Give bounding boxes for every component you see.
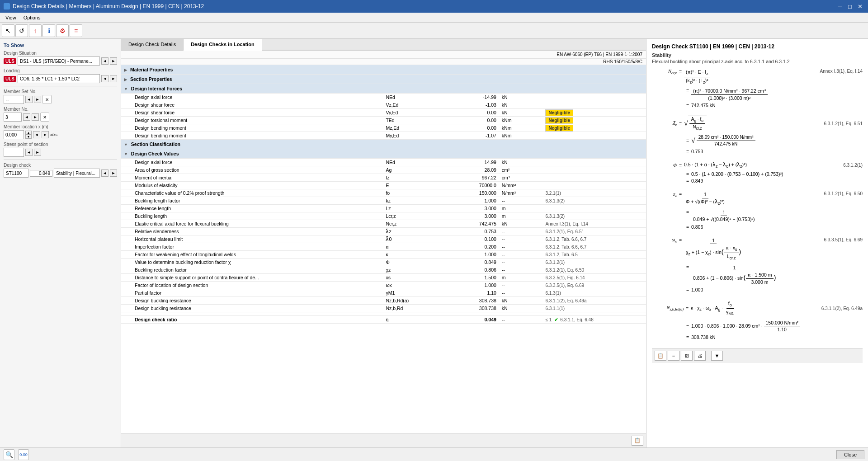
design-check-ratio-row: Design check ratio η 0.049 -- ≤ 1 ✔ 6.3.…	[121, 316, 646, 324]
member-set-combo[interactable]: --	[4, 95, 24, 104]
menu-view[interactable]: View	[2, 14, 20, 21]
member-no-input[interactable]	[4, 113, 22, 122]
table-row: Design axial force NEd 14.99 kN	[121, 159, 646, 166]
tab-design-checks-location[interactable]: Design Checks in Location	[184, 39, 262, 51]
formula-chi-lhs: χz	[652, 191, 677, 198]
rp-btn1[interactable]: 📋	[655, 351, 666, 361]
dc-desc-combo[interactable]: Stability | Flexural...	[54, 169, 100, 178]
dc-ratio: 0.049	[30, 170, 52, 177]
member-loc-input[interactable]	[4, 130, 24, 139]
check-ok: ✔	[554, 317, 558, 322]
member-no-label: Member No.	[4, 107, 117, 112]
loc-down[interactable]: ▼	[25, 135, 32, 139]
tb-graph[interactable]: ≡	[70, 24, 82, 37]
expand-material[interactable]: ▶	[124, 68, 127, 72]
table-row: Factor for weakening effect of longitudi…	[121, 251, 646, 259]
standard-header: EN AW-6060 (EP) T66 | EN 1999-1-1:2007	[121, 51, 646, 59]
section-classification: ▼ Section Classification	[121, 140, 646, 149]
tb-info[interactable]: ℹ	[42, 24, 55, 37]
formula-omega-rhs: 1 χz + (1 − χz) · sin(π · xsLcr,z)	[684, 237, 743, 262]
rp-btn3[interactable]: 🖹	[681, 351, 693, 361]
minimize-button[interactable]: ─	[835, 2, 844, 11]
properties-table: ▶ Material Properties ▶ Section Properti…	[121, 65, 646, 324]
tb-export[interactable]: ↑	[29, 24, 42, 37]
tb-settings[interactable]: ⚙	[56, 24, 69, 37]
menu-bar: View Options	[0, 13, 868, 23]
section-material: ▶ Material Properties	[121, 65, 646, 75]
rp-expand-btn[interactable]: ▼	[711, 351, 723, 361]
mn-highlight[interactable]: ✕	[40, 113, 49, 122]
mn-prev[interactable]: ◄	[23, 113, 30, 121]
formula-ncr-result: = 742.475 kN	[684, 103, 863, 108]
table-row: Characteristic value of 0.2% proof stren…	[121, 189, 646, 197]
expand-classification[interactable]: ▼	[124, 142, 128, 147]
rp-title: Design Check ST1100 | EN 1999 | CEN | 20…	[652, 43, 863, 50]
sp-next[interactable]: ►	[34, 149, 41, 156]
formula-omega-result: = 1.000	[684, 287, 863, 292]
formula-lambda-rhs: √ Ag · fo Ncr,z	[684, 116, 707, 131]
load-prev[interactable]: ◄	[101, 75, 108, 82]
loc-up[interactable]: ▲	[25, 131, 32, 135]
expand-section[interactable]: ▶	[124, 77, 127, 82]
formula-lambda-ref: 6.3.1.2(1), Eq. 6.51	[824, 121, 863, 126]
table-row: Partial factor γM1 1.10 -- 6.1.3(1)	[121, 289, 646, 297]
loading-combo[interactable]: CO6: 1.35 * LC1 + 1.50 * LC2	[18, 74, 100, 83]
design-situation-label: Design Situation	[4, 51, 117, 56]
table-row: Design bending moment My,Ed -1.07 kNm	[121, 132, 646, 140]
dc-next[interactable]: ►	[110, 169, 117, 177]
design-situation-row: ULS DS1 - ULS (STR/GEO) - Permane... ◄ ►	[4, 56, 117, 66]
loc-prev[interactable]: ◄	[33, 131, 40, 138]
formula-lambda-val: = √ 28.09 cm² · 150.000 N/mm² 742.475 kN	[684, 134, 863, 147]
mn-next[interactable]: ►	[32, 113, 39, 121]
formula-nzb-result: = 308.738 kN	[684, 334, 863, 340]
status-info[interactable]: 0.00	[18, 449, 29, 460]
loc-next[interactable]: ►	[42, 131, 49, 138]
table-row: Design buckling resistance Nz,b,Rd(a) 30…	[121, 297, 646, 305]
ms-add[interactable]: ✕	[42, 95, 52, 104]
dc-id-combo[interactable]: ST1100	[4, 169, 28, 178]
rp-btn2[interactable]: ≡	[668, 351, 679, 361]
table-row: Buckling length Lcr,z 3.000 m 6.3.1.3(2)	[121, 212, 646, 220]
table-row: Distance to simple support or point of c…	[121, 274, 646, 282]
negligible-badge: Negligible	[545, 109, 573, 116]
table-row: Design shear force Vy,Ed 0.00 kN Negligi…	[121, 109, 646, 117]
close-button[interactable]: Close	[836, 450, 864, 459]
tab-design-check-details[interactable]: Design Check Details	[121, 39, 184, 50]
rp-print-btn[interactable]: 🖨	[694, 351, 706, 361]
table-row: Factor of location of design section ωx …	[121, 282, 646, 289]
load-next[interactable]: ►	[110, 75, 117, 82]
formula-phi-lhs: Φ	[652, 163, 677, 168]
ds-prev[interactable]: ◄	[101, 57, 108, 65]
title-bar: Design Check Details | Members | Aluminu…	[0, 0, 868, 13]
menu-options[interactable]: Options	[20, 14, 44, 21]
table-separator	[121, 312, 646, 316]
formula-chi-val: = 1 0.849 + √((0.849)² − (0.753)²)	[684, 209, 863, 223]
expand-forces[interactable]: ▼	[124, 87, 128, 91]
formula-nzb-lhs: Nz,b,Rd(a)	[652, 305, 684, 311]
ms-prev[interactable]: ◄	[25, 96, 33, 103]
sp-prev[interactable]: ◄	[25, 149, 33, 156]
expand-check-values[interactable]: ▼	[124, 152, 128, 156]
right-panel: Design Check ST1100 | EN 1999 | CEN | 20…	[646, 39, 868, 447]
table-row: Buckling reduction factor χz 0.806 -- 6.…	[121, 266, 646, 274]
table-row: Buckling length factor kz 1.000 -- 6.3.1…	[121, 197, 646, 205]
design-situation-combo[interactable]: DS1 - ULS (STR/GEO) - Permane...	[18, 56, 100, 66]
loc-spinner: ▲ ▼	[25, 131, 32, 139]
formula-phi-result: = 0.849	[684, 178, 863, 183]
formula-ncr: Ncr,z = (π)² · E · Iz (kz)² · (Lz)² Anne…	[652, 69, 863, 85]
export-btn[interactable]: 📋	[632, 436, 643, 446]
stress-combo[interactable]: --	[4, 148, 24, 157]
tb-refresh[interactable]: ↺	[15, 24, 28, 37]
formula-lambda-lhs: λ̄z	[652, 120, 677, 127]
dc-prev[interactable]: ◄	[101, 169, 108, 177]
tb-pointer[interactable]: ↖	[2, 24, 14, 37]
table-row: Design torsional moment TEd 0.00 kNm Neg…	[121, 117, 646, 124]
ds-next[interactable]: ►	[110, 57, 117, 65]
loading-label: Loading	[4, 68, 117, 73]
close-button[interactable]: ✕	[855, 2, 864, 11]
ms-next[interactable]: ►	[34, 96, 41, 103]
maximize-button[interactable]: □	[845, 2, 854, 11]
formula-omega-lhs: ωx	[652, 237, 677, 244]
window-controls: ─ □ ✕	[835, 2, 864, 11]
status-search[interactable]: 🔍	[4, 449, 14, 460]
